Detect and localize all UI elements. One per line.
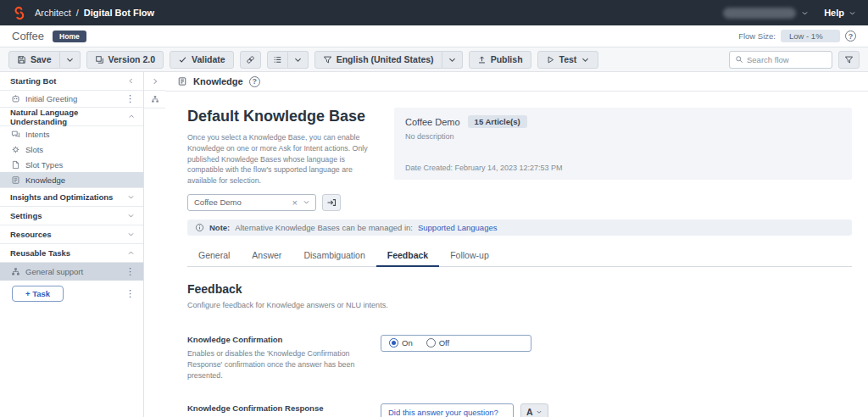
sidebar-section-settings[interactable]: Settings [0, 207, 143, 225]
page-help-icon[interactable]: ? [249, 76, 260, 87]
list-icon [273, 55, 282, 64]
version-label: Version 2.0 [108, 54, 155, 64]
item-label: Slot Types [25, 160, 63, 170]
tab-answer[interactable]: Answer [241, 246, 292, 266]
kebab-menu-icon[interactable]: ⋮ [124, 94, 136, 103]
note-label: Note: [209, 223, 230, 232]
flow-size-value: Low - 1% [781, 30, 840, 42]
help-menu[interactable]: Help [824, 8, 856, 18]
confirmation-toggle-group: On Off [381, 335, 531, 352]
info-icon [195, 223, 204, 232]
response-control: A [381, 403, 548, 417]
test-button[interactable]: Test [537, 51, 599, 69]
confirmation-response-input[interactable] [381, 403, 514, 417]
home-badge: Home [53, 31, 86, 42]
chevron-right-icon [151, 77, 159, 86]
articles-badge: 15 Article(s) [468, 115, 527, 128]
page-title: Knowledge [193, 76, 243, 86]
test-label: Test [559, 54, 577, 64]
tab-feedback[interactable]: Feedback [376, 246, 439, 267]
check-icon [178, 55, 187, 64]
sidebar-section-resources[interactable]: Resources [0, 225, 143, 244]
item-label: Knowledge [25, 175, 65, 185]
version-button[interactable]: Version 2.0 [86, 51, 164, 69]
chevron-down-icon [448, 55, 457, 64]
add-task-button[interactable]: + Task [12, 286, 64, 302]
sidebar-section-nlu[interactable]: Natural Language Understanding [0, 108, 143, 126]
save-icon [17, 55, 26, 64]
actions-list-button[interactable] [267, 51, 288, 69]
open-knowledge-base-button[interactable] [322, 194, 341, 211]
field-label: Knowledge Confirmation Response [187, 403, 381, 413]
chevron-up-icon [127, 249, 135, 257]
kb-select[interactable]: Coffee Demo × [187, 194, 316, 211]
radio-off[interactable]: Off [426, 338, 450, 348]
sidebar-item-knowledge[interactable]: Knowledge [0, 172, 143, 188]
radio-on[interactable]: On [389, 338, 413, 348]
breadcrumb: Architect / Digital Bot Flow [35, 8, 154, 18]
supported-languages-link[interactable]: Supported Languages [418, 223, 498, 232]
actions-menu-button[interactable] [288, 51, 309, 69]
user-menu[interactable] [723, 8, 809, 19]
sidebar-section-starting-bot[interactable]: Starting Bot [0, 72, 143, 91]
bot-icon [11, 94, 20, 103]
validate-button[interactable]: Validate [170, 51, 234, 69]
search-icon [735, 55, 743, 64]
flow-name: Coffee [12, 30, 44, 42]
help-label: Help [824, 8, 844, 18]
save-menu-button[interactable] [60, 51, 81, 69]
section-label: Resources [10, 230, 52, 239]
save-label: Save [31, 54, 52, 64]
text-format-label: A [526, 407, 533, 417]
field-description: Enables or disables the 'Knowledge Confi… [187, 348, 379, 382]
sidebar-section-reusable-tasks[interactable]: Reusable Tasks [0, 244, 143, 263]
language-label: English (United States) [337, 54, 434, 64]
clear-icon[interactable]: × [290, 197, 300, 208]
toolbar-right [729, 51, 860, 69]
section-label: Settings [10, 211, 42, 220]
publish-label: Publish [491, 54, 523, 64]
text-format-button[interactable]: A [520, 403, 548, 417]
validate-label: Validate [192, 54, 225, 64]
note-bar: Note: Alternative Knowledge Bases can be… [187, 220, 852, 236]
expand-panel-button[interactable] [144, 72, 165, 91]
search-input[interactable] [747, 55, 826, 64]
chevron-down-icon [293, 55, 303, 64]
tab-general[interactable]: General [187, 246, 241, 266]
sidebar-item-general-support[interactable]: General support ⋮ [0, 263, 143, 281]
tab-follow-up[interactable]: Follow-up [439, 246, 500, 266]
language-menu-button[interactable] [442, 51, 463, 69]
sidebar-item-slots[interactable]: Slots [0, 142, 143, 157]
kb-selection-block: Default Knowledge Base Once you select a… [187, 108, 387, 211]
link-button[interactable] [240, 51, 261, 69]
flow-tree-button[interactable] [144, 91, 165, 108]
kb-info-description: No description [405, 132, 841, 141]
breadcrumb-separator: / [76, 8, 79, 18]
radio-off-dot [426, 338, 436, 348]
play-icon [546, 55, 555, 64]
sidebar-item-initial-greeting[interactable]: Initial Greeting ⋮ [0, 91, 143, 108]
feedback-section-description: Configure feedback for Knowledge answers… [187, 301, 852, 309]
flow-size-label: Flow Size: [738, 31, 776, 41]
save-button[interactable]: Save [8, 51, 60, 69]
language-button[interactable]: English (United States) [314, 51, 442, 69]
radio-on-dot [389, 338, 398, 348]
search-filter-button[interactable] [838, 51, 860, 69]
sidebar-item-slot-types[interactable]: Slot Types [0, 157, 143, 172]
sidebar-item-intents[interactable]: Intents [0, 126, 143, 142]
breadcrumb-product[interactable]: Architect [35, 8, 71, 18]
publish-button[interactable]: Publish [469, 51, 531, 69]
chevron-down-icon [127, 231, 135, 238]
chevron-down-icon [801, 9, 809, 17]
tab-disambiguation[interactable]: Disambiguation [292, 246, 376, 266]
toolbar: Save Version 2.0 Validate [0, 47, 868, 72]
sidebar-section-insights[interactable]: Insights and Optimizations [0, 188, 143, 207]
kebab-menu-icon[interactable]: ⋮ [124, 289, 136, 298]
kebab-menu-icon[interactable]: ⋮ [124, 267, 136, 276]
funnel-icon [323, 55, 332, 64]
section-label: Natural Language Understanding [10, 108, 128, 126]
kb-info-title-row: Coffee Demo 15 Article(s) [405, 115, 841, 128]
flow-size-help-icon[interactable]: ? [845, 31, 856, 42]
chevron-down-icon [536, 409, 542, 415]
save-button-group: Save [8, 51, 81, 69]
